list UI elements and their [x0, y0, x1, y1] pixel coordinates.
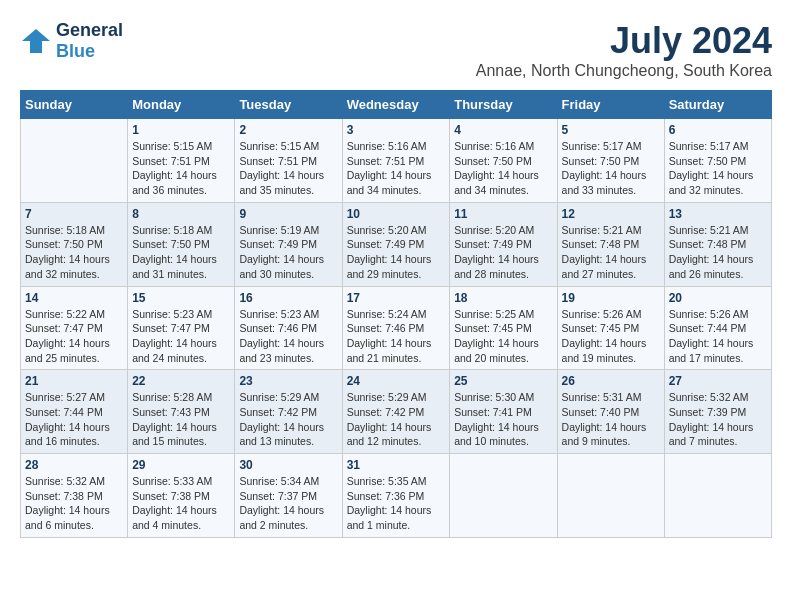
- day-number: 12: [562, 207, 660, 221]
- calendar-cell: 21Sunrise: 5:27 AMSunset: 7:44 PMDayligh…: [21, 370, 128, 454]
- day-number: 21: [25, 374, 123, 388]
- day-info: Sunrise: 5:23 AMSunset: 7:47 PMDaylight:…: [132, 307, 230, 366]
- day-number: 5: [562, 123, 660, 137]
- day-number: 17: [347, 291, 446, 305]
- calendar-cell: 1Sunrise: 5:15 AMSunset: 7:51 PMDaylight…: [128, 119, 235, 203]
- day-info: Sunrise: 5:33 AMSunset: 7:38 PMDaylight:…: [132, 474, 230, 533]
- calendar-table: SundayMondayTuesdayWednesdayThursdayFrid…: [20, 90, 772, 538]
- weekday-header-monday: Monday: [128, 91, 235, 119]
- location-subtitle: Annae, North Chungcheong, South Korea: [476, 62, 772, 80]
- calendar-week-row: 7Sunrise: 5:18 AMSunset: 7:50 PMDaylight…: [21, 202, 772, 286]
- day-number: 20: [669, 291, 767, 305]
- calendar-cell: 13Sunrise: 5:21 AMSunset: 7:48 PMDayligh…: [664, 202, 771, 286]
- calendar-cell: 6Sunrise: 5:17 AMSunset: 7:50 PMDaylight…: [664, 119, 771, 203]
- day-info: Sunrise: 5:15 AMSunset: 7:51 PMDaylight:…: [239, 139, 337, 198]
- weekday-header-thursday: Thursday: [450, 91, 557, 119]
- calendar-cell: 14Sunrise: 5:22 AMSunset: 7:47 PMDayligh…: [21, 286, 128, 370]
- calendar-cell: [557, 454, 664, 538]
- day-number: 16: [239, 291, 337, 305]
- day-number: 26: [562, 374, 660, 388]
- calendar-cell: 9Sunrise: 5:19 AMSunset: 7:49 PMDaylight…: [235, 202, 342, 286]
- day-info: Sunrise: 5:15 AMSunset: 7:51 PMDaylight:…: [132, 139, 230, 198]
- day-info: Sunrise: 5:17 AMSunset: 7:50 PMDaylight:…: [562, 139, 660, 198]
- day-info: Sunrise: 5:20 AMSunset: 7:49 PMDaylight:…: [454, 223, 552, 282]
- calendar-cell: 18Sunrise: 5:25 AMSunset: 7:45 PMDayligh…: [450, 286, 557, 370]
- calendar-week-row: 21Sunrise: 5:27 AMSunset: 7:44 PMDayligh…: [21, 370, 772, 454]
- weekday-header-wednesday: Wednesday: [342, 91, 450, 119]
- day-number: 30: [239, 458, 337, 472]
- day-number: 15: [132, 291, 230, 305]
- calendar-cell: 15Sunrise: 5:23 AMSunset: 7:47 PMDayligh…: [128, 286, 235, 370]
- day-number: 8: [132, 207, 230, 221]
- calendar-cell: 24Sunrise: 5:29 AMSunset: 7:42 PMDayligh…: [342, 370, 450, 454]
- logo-icon: [20, 27, 52, 55]
- calendar-cell: 11Sunrise: 5:20 AMSunset: 7:49 PMDayligh…: [450, 202, 557, 286]
- day-info: Sunrise: 5:26 AMSunset: 7:45 PMDaylight:…: [562, 307, 660, 366]
- calendar-cell: [21, 119, 128, 203]
- calendar-cell: 5Sunrise: 5:17 AMSunset: 7:50 PMDaylight…: [557, 119, 664, 203]
- day-info: Sunrise: 5:29 AMSunset: 7:42 PMDaylight:…: [347, 390, 446, 449]
- day-number: 14: [25, 291, 123, 305]
- day-info: Sunrise: 5:21 AMSunset: 7:48 PMDaylight:…: [669, 223, 767, 282]
- day-info: Sunrise: 5:21 AMSunset: 7:48 PMDaylight:…: [562, 223, 660, 282]
- calendar-cell: 31Sunrise: 5:35 AMSunset: 7:36 PMDayligh…: [342, 454, 450, 538]
- calendar-cell: 3Sunrise: 5:16 AMSunset: 7:51 PMDaylight…: [342, 119, 450, 203]
- weekday-header-sunday: Sunday: [21, 91, 128, 119]
- day-info: Sunrise: 5:29 AMSunset: 7:42 PMDaylight:…: [239, 390, 337, 449]
- calendar-cell: 7Sunrise: 5:18 AMSunset: 7:50 PMDaylight…: [21, 202, 128, 286]
- calendar-cell: 23Sunrise: 5:29 AMSunset: 7:42 PMDayligh…: [235, 370, 342, 454]
- day-number: 31: [347, 458, 446, 472]
- logo-text: General Blue: [56, 20, 123, 62]
- day-info: Sunrise: 5:31 AMSunset: 7:40 PMDaylight:…: [562, 390, 660, 449]
- day-info: Sunrise: 5:18 AMSunset: 7:50 PMDaylight:…: [132, 223, 230, 282]
- day-info: Sunrise: 5:34 AMSunset: 7:37 PMDaylight:…: [239, 474, 337, 533]
- calendar-week-row: 28Sunrise: 5:32 AMSunset: 7:38 PMDayligh…: [21, 454, 772, 538]
- day-number: 11: [454, 207, 552, 221]
- calendar-week-row: 1Sunrise: 5:15 AMSunset: 7:51 PMDaylight…: [21, 119, 772, 203]
- day-info: Sunrise: 5:32 AMSunset: 7:39 PMDaylight:…: [669, 390, 767, 449]
- day-info: Sunrise: 5:22 AMSunset: 7:47 PMDaylight:…: [25, 307, 123, 366]
- calendar-cell: 8Sunrise: 5:18 AMSunset: 7:50 PMDaylight…: [128, 202, 235, 286]
- day-info: Sunrise: 5:17 AMSunset: 7:50 PMDaylight:…: [669, 139, 767, 198]
- day-number: 24: [347, 374, 446, 388]
- month-title: July 2024: [476, 20, 772, 62]
- svg-marker-0: [22, 29, 50, 53]
- calendar-cell: 20Sunrise: 5:26 AMSunset: 7:44 PMDayligh…: [664, 286, 771, 370]
- title-block: July 2024 Annae, North Chungcheong, Sout…: [476, 20, 772, 80]
- calendar-cell: 30Sunrise: 5:34 AMSunset: 7:37 PMDayligh…: [235, 454, 342, 538]
- day-number: 4: [454, 123, 552, 137]
- calendar-cell: 12Sunrise: 5:21 AMSunset: 7:48 PMDayligh…: [557, 202, 664, 286]
- calendar-cell: 22Sunrise: 5:28 AMSunset: 7:43 PMDayligh…: [128, 370, 235, 454]
- day-number: 25: [454, 374, 552, 388]
- calendar-cell: 10Sunrise: 5:20 AMSunset: 7:49 PMDayligh…: [342, 202, 450, 286]
- page-container: General Blue July 2024 Annae, North Chun…: [20, 20, 772, 538]
- logo: General Blue: [20, 20, 123, 62]
- calendar-cell: 2Sunrise: 5:15 AMSunset: 7:51 PMDaylight…: [235, 119, 342, 203]
- day-number: 2: [239, 123, 337, 137]
- calendar-cell: 29Sunrise: 5:33 AMSunset: 7:38 PMDayligh…: [128, 454, 235, 538]
- day-number: 23: [239, 374, 337, 388]
- calendar-cell: 16Sunrise: 5:23 AMSunset: 7:46 PMDayligh…: [235, 286, 342, 370]
- day-number: 29: [132, 458, 230, 472]
- weekday-header-friday: Friday: [557, 91, 664, 119]
- day-number: 9: [239, 207, 337, 221]
- calendar-cell: 28Sunrise: 5:32 AMSunset: 7:38 PMDayligh…: [21, 454, 128, 538]
- day-number: 13: [669, 207, 767, 221]
- day-number: 18: [454, 291, 552, 305]
- day-number: 1: [132, 123, 230, 137]
- calendar-cell: 19Sunrise: 5:26 AMSunset: 7:45 PMDayligh…: [557, 286, 664, 370]
- day-info: Sunrise: 5:32 AMSunset: 7:38 PMDaylight:…: [25, 474, 123, 533]
- weekday-header-row: SundayMondayTuesdayWednesdayThursdayFrid…: [21, 91, 772, 119]
- calendar-cell: 26Sunrise: 5:31 AMSunset: 7:40 PMDayligh…: [557, 370, 664, 454]
- page-header: General Blue July 2024 Annae, North Chun…: [20, 20, 772, 80]
- day-info: Sunrise: 5:16 AMSunset: 7:50 PMDaylight:…: [454, 139, 552, 198]
- day-number: 19: [562, 291, 660, 305]
- calendar-cell: 4Sunrise: 5:16 AMSunset: 7:50 PMDaylight…: [450, 119, 557, 203]
- calendar-cell: [450, 454, 557, 538]
- day-info: Sunrise: 5:28 AMSunset: 7:43 PMDaylight:…: [132, 390, 230, 449]
- day-info: Sunrise: 5:27 AMSunset: 7:44 PMDaylight:…: [25, 390, 123, 449]
- weekday-header-tuesday: Tuesday: [235, 91, 342, 119]
- day-info: Sunrise: 5:20 AMSunset: 7:49 PMDaylight:…: [347, 223, 446, 282]
- day-info: Sunrise: 5:26 AMSunset: 7:44 PMDaylight:…: [669, 307, 767, 366]
- day-info: Sunrise: 5:16 AMSunset: 7:51 PMDaylight:…: [347, 139, 446, 198]
